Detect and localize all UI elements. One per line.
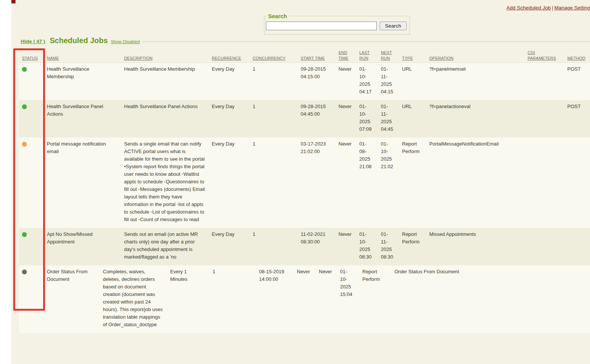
search-legend: Search <box>267 13 289 19</box>
cell-name: Health Surveillance Panel Actions <box>47 100 124 138</box>
cell-next-run: 01-10-2025 21:02 <box>381 138 402 228</box>
column-header-end-time[interactable]: END TIME <box>338 50 359 61</box>
cell-recurrence: Every 1 Minutes <box>170 265 213 333</box>
status-indicator-green <box>22 104 27 109</box>
column-header-operation[interactable]: OPERATION <box>429 56 528 61</box>
cell-next-run: 01-11-2025 04:15 <box>381 63 402 100</box>
column-header-name[interactable]: NAME <box>47 56 124 61</box>
cell-status <box>19 265 47 333</box>
cell-last-run: 01-10-2025 04:17 <box>359 63 381 100</box>
search-input[interactable] <box>266 22 377 30</box>
cell-start-time: 03-17-2023 21:02:00 <box>301 138 338 228</box>
cell-end-time: Never <box>338 63 359 100</box>
job-row[interactable]: Health Surveillance MembershipHealth Sur… <box>19 63 590 100</box>
cell-type: URL <box>402 100 429 138</box>
search-panel: Search Search <box>264 13 410 35</box>
show-disabled-link[interactable]: Show Disabled <box>111 39 140 44</box>
cell-concurrency: 1 <box>253 100 301 138</box>
scheduled-jobs-page: Add Scheduled Job|Manage Settings Search… <box>0 0 590 364</box>
link-separator: | <box>551 5 554 11</box>
status-indicator-green <box>22 67 27 72</box>
cell-concurrency: 1 <box>253 63 301 100</box>
cell-status <box>19 138 47 228</box>
job-row[interactable]: Order Status From DocumentCompletes, wai… <box>19 265 590 333</box>
page-title: Scheduled Jobs <box>50 36 108 45</box>
top-nav-links: Add Scheduled Job|Manage Settings <box>506 5 590 11</box>
cell-operation: ?f=panelmemset <box>429 63 528 100</box>
cell-name: Order Status From Document <box>47 265 103 333</box>
cell-operation: Order Status From Document <box>394 265 512 333</box>
cell-name: Health Surveillance Membership <box>47 63 124 100</box>
cell-status <box>19 100 47 138</box>
hide-count-link[interactable]: Hide ( 47 ) <box>21 39 45 44</box>
column-header-recurrence[interactable]: RECURRENCE <box>212 56 253 61</box>
cell-type: URL <box>402 63 429 100</box>
cell-recurrence: Every Day <box>212 138 253 228</box>
cell-status <box>19 63 47 100</box>
jobs-table-body: Health Surveillance MembershipHealth Sur… <box>19 63 590 333</box>
cell-method <box>567 138 590 228</box>
status-indicator-green <box>22 232 27 237</box>
add-scheduled-job-link[interactable]: Add Scheduled Job <box>506 5 551 11</box>
cell-next-run: 01-11-2025 04:45 <box>381 100 402 138</box>
column-header-concurrency[interactable]: CONCURRENCY <box>253 56 301 61</box>
job-row[interactable]: Health Surveillance Panel ActionsHealth … <box>19 100 590 138</box>
cell-type: Report Perform <box>402 138 429 228</box>
cell-recurrence: Every Day <box>212 100 253 138</box>
column-header-next-run[interactable]: NEXT RUN <box>381 50 402 61</box>
cell-description: Sends out an email (on active MR charts … <box>124 228 212 265</box>
corner-chip <box>11 0 16 3</box>
job-row[interactable]: Apt No Show/Missed AppointmentSends out … <box>19 228 590 265</box>
cell-start-time: 09-28-2015 04:45:00 <box>301 100 338 138</box>
cell-concurrency: 1 <box>253 138 301 228</box>
section-header: Hide ( 47 ) Scheduled Jobs Show Disabled <box>21 36 590 45</box>
status-indicator-orange <box>22 142 27 147</box>
column-header-cgi-parameters[interactable]: CGI PARAMETERS <box>528 50 567 61</box>
cell-end-time: Never <box>338 228 359 265</box>
cell-start-time: 08-15-2019 14:00:00 <box>259 265 297 333</box>
cell-concurrency: 1 <box>213 265 259 333</box>
cell-cgi-parameters <box>528 138 567 228</box>
column-header-status[interactable]: STATUS <box>19 56 47 61</box>
column-header-type[interactable]: TYPE <box>402 56 429 61</box>
left-gutter <box>0 0 11 364</box>
job-row[interactable]: Portal message notification emailSends a… <box>19 138 590 228</box>
status-indicator-gray <box>22 270 27 274</box>
cell-start-time: 11-02-2021 08:30:00 <box>301 228 338 265</box>
cell-method: POST <box>567 63 590 100</box>
cell-operation: Missed Appointments <box>429 228 528 265</box>
cell-name: Portal message notification email <box>47 138 124 228</box>
column-header-description[interactable]: DESCRIPTION <box>124 56 212 61</box>
search-button[interactable]: Search <box>380 22 407 30</box>
cell-type: Report Perform <box>402 228 429 265</box>
cell-last-run: 01-08-2025 21:08 <box>359 138 381 228</box>
column-header-start-time[interactable]: START TIME <box>301 56 338 61</box>
cell-recurrence: Every Day <box>212 228 253 265</box>
cell-start-time: 09-28-2015 04:15:00 <box>301 63 338 100</box>
cell-method <box>550 265 590 333</box>
cell-recurrence: Every Day <box>212 63 253 100</box>
cell-last-run: 01-10-2025 08:30 <box>359 228 381 265</box>
cell-end-time: Never <box>338 100 359 138</box>
cell-method <box>567 228 590 265</box>
cell-cgi-parameters <box>512 265 550 333</box>
cell-operation: ?f=panelactioneval <box>429 100 528 138</box>
cell-description: Health Surveillance Panel Actions <box>124 100 212 138</box>
manage-settings-link[interactable]: Manage Settings <box>554 5 590 11</box>
section-divider <box>142 42 590 42</box>
cell-end-time: Never <box>338 138 359 228</box>
cell-status <box>19 228 47 265</box>
column-header-method[interactable]: METHOD <box>567 56 590 61</box>
cell-description: Completes, waives, deletes, declines ord… <box>103 265 170 333</box>
cell-operation: PortalMessageNotificationEmail <box>429 138 528 228</box>
column-header-last-run[interactable]: LAST RUN <box>359 50 381 61</box>
cell-cgi-parameters <box>528 63 567 100</box>
cell-concurrency: 1 <box>253 228 301 265</box>
cell-last-run: 01-10-2025 07:09 <box>359 100 381 138</box>
cell-description: Health Surveillance Membership <box>124 63 212 100</box>
cell-last-run: Never <box>319 265 340 333</box>
cell-description: Sends a single email that can notify ACT… <box>124 138 212 228</box>
cell-next-run: 01-11-2025 08:30 <box>381 228 402 265</box>
cell-next-run: 01-10-2025 15:04 <box>340 265 362 333</box>
cell-cgi-parameters <box>528 100 567 138</box>
